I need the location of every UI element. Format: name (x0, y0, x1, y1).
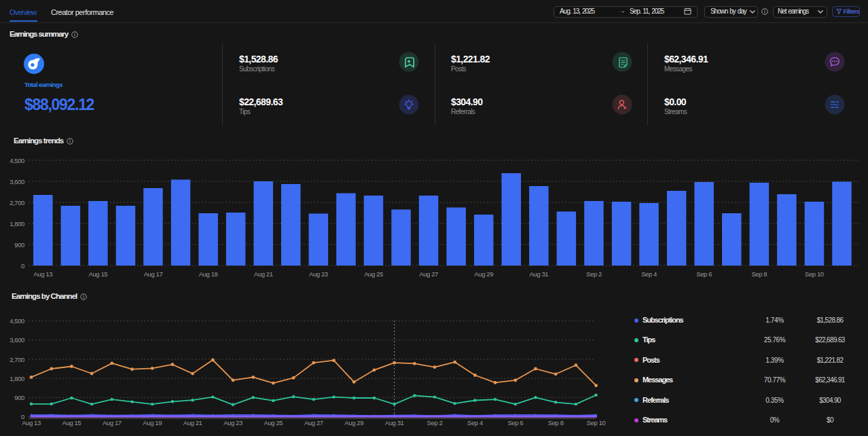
svg-text:Sep 6: Sep 6 (507, 419, 523, 426)
svg-text:3,600: 3,600 (10, 336, 24, 344)
svg-text:Aug 19: Aug 19 (143, 419, 162, 426)
svg-text:Aug 21: Aug 21 (183, 419, 202, 426)
svg-text:Aug 29: Aug 29 (474, 270, 493, 278)
svg-text:Sep 4: Sep 4 (467, 419, 483, 426)
svg-text:3,600: 3,600 (10, 178, 24, 185)
svg-text:2,700: 2,700 (10, 199, 24, 206)
svg-text:Sep 10: Sep 10 (587, 419, 606, 426)
svg-text:Sep 2: Sep 2 (586, 270, 602, 278)
svg-text:Aug 13: Aug 13 (33, 270, 52, 278)
svg-text:Aug 27: Aug 27 (419, 270, 438, 278)
svg-text:Sep 8: Sep 8 (751, 270, 767, 278)
svg-text:Aug 29: Aug 29 (344, 419, 363, 426)
svg-text:Sep 4: Sep 4 (641, 270, 657, 278)
svg-text:900: 900 (14, 241, 24, 249)
svg-text:1,800: 1,800 (10, 375, 24, 382)
svg-text:Sep 10: Sep 10 (805, 270, 824, 278)
svg-text:1,800: 1,800 (10, 220, 24, 228)
svg-text:Sep 8: Sep 8 (548, 419, 564, 426)
svg-text:Aug 27: Aug 27 (304, 419, 323, 426)
svg-text:Sep 2: Sep 2 (427, 419, 443, 426)
svg-text:4,500: 4,500 (10, 317, 24, 325)
svg-text:Sep 6: Sep 6 (696, 270, 712, 278)
svg-text:Aug 31: Aug 31 (385, 419, 404, 426)
svg-text:2,700: 2,700 (10, 356, 24, 363)
svg-text:Aug 13: Aug 13 (22, 419, 41, 426)
svg-text:Aug 25: Aug 25 (264, 419, 283, 426)
svg-text:Aug 15: Aug 15 (89, 270, 108, 278)
svg-text:900: 900 (14, 394, 24, 401)
svg-text:0: 0 (21, 262, 24, 270)
svg-text:Aug 17: Aug 17 (103, 419, 122, 426)
svg-text:Aug 19: Aug 19 (199, 270, 218, 278)
svg-text:Aug 23: Aug 23 (309, 270, 328, 278)
svg-text:Aug 15: Aug 15 (62, 419, 82, 426)
svg-text:Aug 25: Aug 25 (364, 270, 383, 278)
svg-text:4,500: 4,500 (10, 157, 24, 164)
svg-text:Aug 23: Aug 23 (223, 419, 242, 426)
svg-text:Aug 17: Aug 17 (144, 270, 163, 278)
svg-text:Aug 21: Aug 21 (254, 270, 273, 278)
svg-text:Aug 31: Aug 31 (529, 270, 548, 278)
